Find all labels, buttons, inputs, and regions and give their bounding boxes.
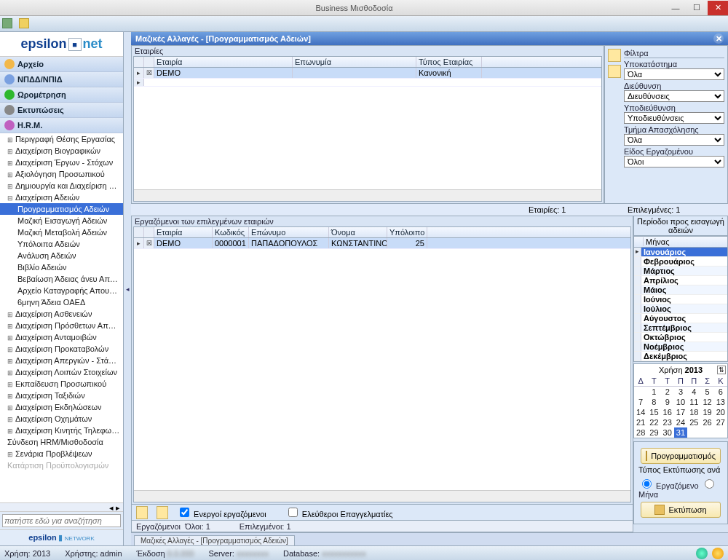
- tree-item[interactable]: Δημιουργία και Διαχείριση Οργανο…: [0, 180, 123, 192]
- calendar-day[interactable]: 3: [674, 387, 687, 397]
- calendar-day[interactable]: 16: [661, 407, 674, 417]
- tab-active[interactable]: Μαζικές Αλλαγές - [Προγραμματισμός Αδειώ…: [134, 535, 295, 545]
- search-input[interactable]: [2, 514, 121, 527]
- user-status-icon[interactable]: [712, 548, 724, 559]
- calendar-day[interactable]: 4: [687, 387, 700, 397]
- globe-icon[interactable]: [696, 548, 708, 559]
- tree-item[interactable]: Διαχείριση Κινητής Τηλεφωνίας: [0, 425, 123, 436]
- month-row[interactable]: Φεβρουάριος: [641, 257, 727, 266]
- tree-scroll-arrows[interactable]: ◂ ▸: [0, 502, 123, 511]
- calendar-day[interactable]: 24: [674, 417, 687, 427]
- tree-item[interactable]: Μαζική Εισαγωγή Αδειών: [0, 215, 123, 226]
- close-button[interactable]: ✕: [708, 1, 728, 15]
- companies-grid[interactable]: Εταιρία Επωνυμία Τύπος Εταιρίας ▸☒ DEMO …: [133, 56, 602, 202]
- tree-item[interactable]: Σύνδεση HRM/Μισθοδοσία: [0, 436, 123, 448]
- calendar-day[interactable]: 29: [647, 427, 660, 438]
- menu-archive[interactable]: Αρχείο: [0, 57, 123, 71]
- tree-item[interactable]: Εκπαίδευση Προσωπικού: [0, 378, 123, 390]
- month-row[interactable]: Νοέμβριος: [641, 342, 727, 351]
- sidebar-collapse[interactable]: ◂: [124, 32, 131, 545]
- calendar-nav-icon[interactable]: ⇅: [717, 366, 726, 374]
- calendar-day[interactable]: 15: [647, 407, 660, 417]
- menu-hrm[interactable]: H.R.M.: [0, 118, 123, 133]
- calendar-day[interactable]: 5: [700, 387, 713, 397]
- month-row[interactable]: Δεκέμβριος: [641, 352, 727, 360]
- calendar-day[interactable]: 17: [674, 407, 687, 417]
- calendar-day[interactable]: 23: [661, 417, 674, 427]
- month-row[interactable]: Σεπτέμβριος: [641, 323, 727, 332]
- calendar-day[interactable]: 20: [714, 407, 727, 417]
- tree-item[interactable]: Βεβαίωση Άδειας άνευ Αποδοχών: [0, 273, 123, 285]
- doc-icon[interactable]: [157, 506, 168, 519]
- calendar-day[interactable]: 19: [700, 407, 713, 417]
- menu-npdd[interactable]: ΝΠΔΔ/ΝΠΙΔ: [0, 72, 123, 87]
- month-row[interactable]: Μάρτιος: [641, 267, 727, 275]
- tree-item[interactable]: Ανάλυση Αδειών: [0, 250, 123, 261]
- tree-item[interactable]: Περιγραφή Θέσης Εργασίας: [0, 133, 123, 145]
- tree-item-selected[interactable]: Προγραμματισμός Αδειών: [0, 203, 123, 215]
- tree-item[interactable]: Διαχείριση Ανταμοιβών: [0, 331, 123, 343]
- maximize-button[interactable]: ☐: [687, 1, 707, 15]
- calendar-day[interactable]: 6: [714, 387, 727, 397]
- tree-item[interactable]: Διαχείριση Εκδηλώσεων: [0, 401, 123, 413]
- tree-item[interactable]: Αξιολόγηση Προσωπικού: [0, 168, 123, 180]
- calendar-day[interactable]: 12: [700, 397, 713, 407]
- calendar-day[interactable]: 27: [714, 417, 727, 427]
- calendar-day[interactable]: 13: [714, 397, 727, 407]
- tree-item[interactable]: Αρχείο Καταγραφής Απουσιών …: [0, 285, 123, 296]
- menu-time[interactable]: Ωρομέτρηση: [0, 87, 123, 102]
- filter-branch[interactable]: Όλα: [624, 68, 724, 80]
- calendar-day[interactable]: 18: [687, 407, 700, 417]
- month-row[interactable]: Ιούνιος: [641, 295, 727, 304]
- calendar-day[interactable]: 8: [647, 397, 660, 407]
- calendar-day[interactable]: 9: [661, 397, 674, 407]
- tree-item[interactable]: Υπόλοιπα Αδειών: [0, 238, 123, 250]
- tree-item-leave-mgmt[interactable]: Διαχείριση Αδειών: [0, 192, 123, 203]
- tree-item[interactable]: 6μηνη Άδεια ΟΑΕΔ: [0, 296, 123, 308]
- month-row[interactable]: Ιούλιος: [641, 304, 727, 313]
- tree-item[interactable]: Διαχείριση Απεργιών - Στάσεων Ερ…: [0, 355, 123, 366]
- month-row[interactable]: Μάιος: [641, 285, 727, 294]
- calendar-day[interactable]: 28: [634, 427, 647, 438]
- month-row[interactable]: Αύγουστος: [641, 314, 727, 323]
- tree-item[interactable]: Διαχείριση Πρόσθετων Αποδοχών: [0, 320, 123, 331]
- chk-active[interactable]: Ενεργοί εργαζόμενοι: [177, 505, 266, 519]
- months-grid[interactable]: Μήνας Ιανουάριος Φεβρουάριος Μάρτιος Απρ…: [633, 236, 728, 362]
- content-close-icon[interactable]: ✕: [713, 33, 724, 44]
- h-scrollbar[interactable]: [134, 490, 630, 502]
- calendar-day[interactable]: 26: [700, 417, 713, 427]
- tree-item[interactable]: Διαχείριση Έργων - Στόχων: [0, 157, 123, 168]
- col-company[interactable]: Εταιρία: [154, 57, 293, 67]
- tree-item[interactable]: Διαχείριση Προκαταβολών: [0, 343, 123, 355]
- h-scrollbar[interactable]: [134, 189, 601, 201]
- minimize-button[interactable]: —: [665, 1, 686, 15]
- calendar-day[interactable]: 25: [687, 417, 700, 427]
- filter-subdirection[interactable]: Υποδιευθύνσεις: [624, 112, 724, 124]
- tree-item[interactable]: Διαχείριση Ασθενειών: [0, 308, 123, 320]
- radio-employee[interactable]: Εργαζόμενο: [638, 481, 699, 490]
- employees-grid[interactable]: Εταιρία Κωδικός Επώνυμο Όνομα Υπόλοιπο ▸…: [133, 226, 631, 502]
- month-row[interactable]: Απρίλιος: [641, 276, 727, 285]
- calendar-day[interactable]: 7: [634, 397, 647, 407]
- filter-emptype[interactable]: Όλοι: [624, 156, 724, 167]
- filter-icon[interactable]: [608, 49, 621, 62]
- calendar-day[interactable]: 30: [661, 427, 674, 438]
- filter-direction[interactable]: Διευθύνσεις: [624, 90, 724, 102]
- chk-freelance[interactable]: Ελεύθεροι Επαγγελματίες: [285, 505, 393, 519]
- month-jan[interactable]: Ιανουάριος: [641, 248, 727, 256]
- calendar-day[interactable]: 22: [647, 417, 660, 427]
- month-row[interactable]: Οκτώβριος: [641, 333, 727, 342]
- tree-item[interactable]: Διαχείριση Βιογραφικών: [0, 145, 123, 157]
- print-button[interactable]: Εκτύπωση: [641, 502, 721, 518]
- calendar-day[interactable]: 1: [647, 387, 660, 397]
- tree-item[interactable]: Διαχείριση Λοιπών Στοιχείων: [0, 366, 123, 378]
- toolbar-icon-2[interactable]: [19, 18, 29, 28]
- filter-icon[interactable]: [608, 65, 621, 78]
- filter-department[interactable]: Όλα: [624, 134, 724, 146]
- calendar-day[interactable]: 14: [634, 407, 647, 417]
- tree-item[interactable]: Βιβλίο Αδειών: [0, 261, 123, 273]
- toolbar-icon-1[interactable]: [2, 18, 12, 28]
- calendar-day[interactable]: 21: [634, 417, 647, 427]
- schedule-button[interactable]: Προγραμματισμός: [641, 448, 721, 464]
- col-type[interactable]: Τύπος Εταιρίας: [416, 57, 482, 67]
